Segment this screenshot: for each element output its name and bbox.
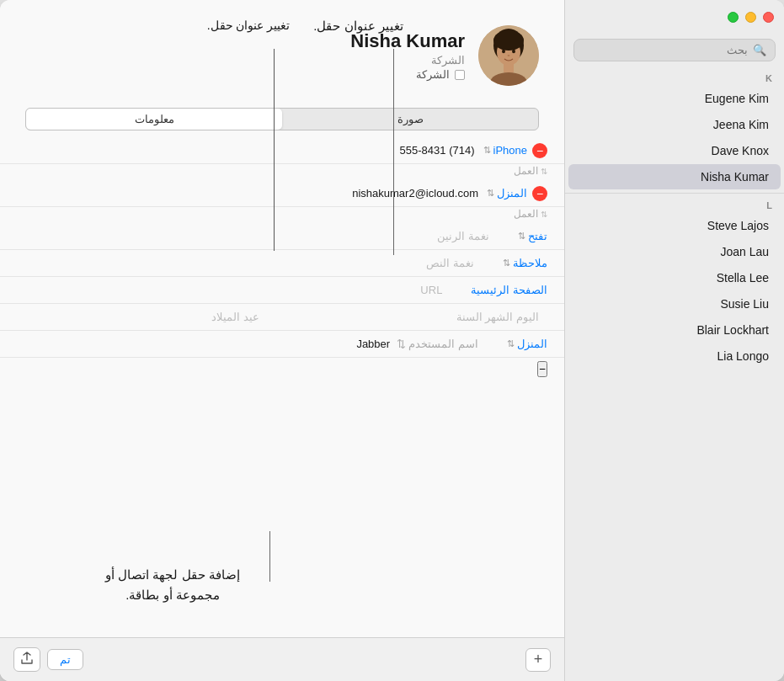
contact-list-scroll: K Eugene Kim Jeena Kim Dave Knox Nisha K…: [565, 70, 784, 681]
section-k: K: [565, 70, 784, 85]
svg-point-8: [508, 55, 510, 56]
phone-chevron-icon: ⇅: [483, 145, 491, 156]
ringtone-sublabel: نغمة الرنين: [8, 230, 489, 242]
field-row-phone: − iPhone ⇅ (714) 555-8431: [0, 137, 564, 164]
tab-info[interactable]: معلومات: [26, 109, 282, 130]
url-sublabel: URL: [8, 284, 442, 296]
phone-label-text: iPhone: [493, 144, 527, 157]
field-row-birthday: اليوم الشهر السنة عيد الميلاد: [0, 304, 564, 331]
contact-item-susie-liu[interactable]: Susie Liu: [568, 291, 781, 317]
url-label-text: الصفحة الرئيسية: [471, 284, 547, 296]
tabs-row: معلومات صورة: [25, 108, 539, 130]
jabber-remove-row: −: [0, 358, 564, 380]
url-label[interactable]: الصفحة الرئيسية: [471, 284, 547, 296]
avatar: [478, 25, 539, 86]
tab-photo[interactable]: صورة: [282, 109, 538, 130]
toolbar-left: تم: [13, 647, 83, 672]
phone-sublabel-row: العمل ⇅: [0, 164, 564, 180]
email-label-text: المنزل: [497, 187, 527, 200]
svg-point-7: [512, 50, 515, 53]
share-button[interactable]: [13, 647, 40, 672]
email-chevron-icon: ⇅: [487, 188, 494, 199]
remove-jabber-button[interactable]: −: [537, 361, 547, 377]
contact-list-panel: 🔍 K Eugene Kim Jeena Kim Dave Knox Nisha…: [565, 0, 784, 681]
field-row-ringtone: تفتح ⇅ نغمة الرنين: [0, 223, 564, 250]
search-input[interactable]: [583, 44, 748, 56]
contact-item-dave-knox[interactable]: Dave Knox: [568, 138, 781, 163]
ringtone-label-text: تفتح: [528, 230, 547, 242]
email-value: nishakumar2@icloud.com: [8, 187, 478, 200]
company-checkbox[interactable]: [455, 70, 465, 80]
birthday-sublabel: عيد الميلاد: [8, 311, 259, 323]
phone-label[interactable]: iPhone ⇅: [483, 144, 527, 157]
company-value: الشركة: [416, 68, 450, 81]
contact-item-stella-lee[interactable]: Stella Lee: [568, 265, 781, 290]
done-button[interactable]: تم: [47, 649, 83, 670]
callout-line-vertical: [274, 49, 275, 251]
field-row-texttone: ملاحظة ⇅ نغمة النص: [0, 250, 564, 277]
contact-header: Nisha Kumar الشركة الشركة: [0, 0, 564, 94]
titlebar: [565, 0, 784, 34]
minimize-button[interactable]: [745, 12, 756, 23]
search-icon: 🔍: [753, 44, 766, 56]
contact-detail-panel: تغيير عنوان حقل. Nisha Kumar الشركة الشر…: [0, 0, 565, 681]
divider-kl: [565, 193, 784, 194]
remove-email-button[interactable]: −: [532, 186, 547, 201]
field-row-url: الصفحة الرئيسية URL: [0, 277, 564, 304]
bottom-toolbar: تم +: [0, 637, 564, 681]
close-button[interactable]: [763, 12, 774, 23]
phone-sublabel-chevron-icon: ⇅: [541, 167, 547, 176]
field-row-jabber: المنزل ⇅ اسم المستخدم ⇅ Jabber: [0, 331, 564, 358]
jabber-chevron-icon: ⇅: [507, 338, 515, 349]
email-sublabel-row: العمل ⇅: [0, 207, 564, 223]
contact-item-joan-lau[interactable]: Joan Lau: [568, 239, 781, 264]
jabber-label-text: المنزل: [517, 338, 547, 350]
email-label[interactable]: المنزل ⇅: [487, 187, 527, 200]
contact-item-nisha-kumar[interactable]: Nisha Kumar: [568, 164, 781, 189]
birthday-placeholder: اليوم الشهر السنة: [288, 311, 539, 323]
svg-point-3: [493, 30, 524, 51]
contact-item-eugene-kim[interactable]: Eugene Kim: [568, 86, 781, 111]
contact-name-area: Nisha Kumar الشركة الشركة: [350, 30, 465, 81]
texttone-sublabel: نغمة النص: [8, 257, 474, 269]
phone-sublabel[interactable]: العمل ⇅: [514, 165, 547, 177]
jabber-value: اسم المستخدم ⇅ Jabber: [8, 338, 478, 350]
contact-item-lia-longo[interactable]: Lia Longo: [568, 343, 781, 369]
svg-rect-4: [504, 64, 514, 72]
section-l: L: [565, 197, 784, 212]
add-field-button[interactable]: +: [525, 648, 551, 672]
ringtone-label[interactable]: تفتح ⇅: [518, 230, 547, 242]
field-row-email: − المنزل ⇅ nishakumar2@icloud.com: [0, 180, 564, 207]
contact-item-steve-lajos[interactable]: Steve Lajos: [568, 213, 781, 238]
jabber-label[interactable]: المنزل ⇅: [507, 338, 547, 350]
texttone-label[interactable]: ملاحظة ⇅: [503, 257, 547, 269]
fields-container: − iPhone ⇅ (714) 555-8431 العمل ⇅ − المن…: [0, 137, 564, 681]
maximize-button[interactable]: [728, 12, 739, 23]
svg-point-6: [502, 50, 505, 53]
ringtone-chevron-icon: ⇅: [518, 231, 525, 242]
search-bar[interactable]: 🔍: [573, 39, 776, 61]
contact-item-blair-lockhart[interactable]: Blair Lockhart: [568, 317, 781, 343]
company-label: الشركة: [350, 54, 465, 67]
contact-name: Nisha Kumar: [350, 30, 465, 52]
texttone-chevron-icon: ⇅: [503, 258, 510, 269]
email-sublabel-chevron-icon: ⇅: [541, 210, 547, 219]
remove-phone-button[interactable]: −: [532, 143, 547, 158]
phone-value: (714) 555-8431: [8, 144, 475, 157]
contact-item-jeena-kim[interactable]: Jeena Kim: [568, 112, 781, 137]
texttone-label-text: ملاحظة: [513, 257, 547, 269]
email-sublabel[interactable]: العمل ⇅: [514, 208, 547, 220]
